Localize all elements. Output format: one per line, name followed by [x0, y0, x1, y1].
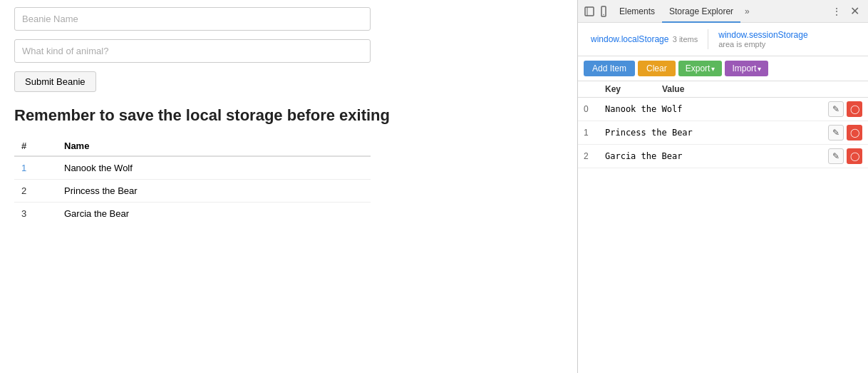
animal-type-input[interactable]	[14, 39, 371, 63]
row-name: Garcia the Bear	[57, 203, 371, 225]
storage-row-actions: ✎◯	[828, 148, 862, 164]
tab-more-button[interactable]: »	[740, 6, 754, 16]
submit-beanie-button[interactable]: Submit Beanie	[14, 71, 96, 92]
row-num: 2	[14, 180, 57, 203]
storage-row-value: Princess the Bear	[605, 128, 825, 138]
devtools-close-area: ⋮ ✕	[829, 4, 862, 18]
col-num-header: #	[14, 136, 57, 156]
inspect-icon[interactable]	[584, 6, 595, 17]
export-button[interactable]: Export ▾	[678, 61, 723, 76]
tab-storage-explorer[interactable]: Storage Explorer	[662, 0, 740, 23]
storage-row-actions: ✎◯	[828, 101, 862, 117]
row-name: Nanook the Wolf	[57, 156, 371, 180]
storage-row: 0Nanook the Wolf✎◯	[578, 98, 868, 121]
storage-table-header: Key Value	[578, 81, 868, 98]
session-storage-label: window.sessionStorage	[718, 30, 807, 40]
key-column-header: Key	[605, 84, 662, 94]
storage-row-value: Garcia the Bear	[605, 151, 825, 161]
delete-storage-item-button[interactable]: ◯	[847, 101, 862, 117]
storage-row: 2Garcia the Bear✎◯	[578, 145, 868, 168]
storage-row: 1Princess the Bear✎◯	[578, 121, 868, 145]
edit-storage-item-button[interactable]: ✎	[828, 125, 844, 140]
storage-row-value: Nanook the Wolf	[605, 104, 825, 114]
row-num[interactable]: 1	[14, 156, 57, 180]
storage-body: window.localStorage 3 items window.sessi…	[578, 23, 868, 373]
storage-toolbar: Add Item Clear Export ▾ Import ▾	[578, 56, 868, 81]
delete-storage-item-button[interactable]: ◯	[847, 148, 862, 164]
value-column-header: Value	[662, 84, 862, 94]
storage-row-index: 1	[584, 128, 605, 138]
mobile-icon[interactable]	[598, 6, 609, 17]
session-empty-label: area is empty	[718, 40, 807, 48]
edit-storage-item-button[interactable]: ✎	[828, 148, 844, 164]
devtools-menu-dots[interactable]: ⋮	[829, 6, 844, 17]
clear-button[interactable]: Clear	[638, 61, 676, 76]
storage-row-index: 0	[584, 104, 605, 114]
import-button[interactable]: Import ▾	[725, 61, 768, 76]
storage-rows: 0Nanook the Wolf✎◯1Princess the Bear✎◯2G…	[578, 98, 868, 373]
row-num-link[interactable]: 1	[21, 163, 26, 173]
storage-subtabs: window.localStorage 3 items window.sessi…	[578, 23, 868, 56]
storage-row-index: 2	[584, 151, 605, 161]
row-name: Princess the Bear	[57, 180, 371, 203]
table-row: 3Garcia the Bear	[14, 203, 371, 225]
svg-point-3	[603, 14, 604, 14]
export-caret-icon: ▾	[711, 65, 715, 73]
beanies-table: # Name 1Nanook the Wolf2Princess the Bea…	[14, 136, 371, 225]
row-num: 3	[14, 203, 57, 225]
svg-rect-0	[585, 7, 594, 16]
devtools-panel: Elements Storage Explorer » ⋮ ✕ window.l…	[577, 0, 868, 373]
local-storage-label: window.localStorage	[591, 34, 668, 44]
add-item-button[interactable]: Add Item	[584, 61, 635, 76]
session-storage-tab[interactable]: window.sessionStorage area is empty	[711, 27, 815, 51]
table-row: 1Nanook the Wolf	[14, 156, 371, 180]
delete-storage-item-button[interactable]: ◯	[847, 125, 862, 140]
subtab-divider	[708, 29, 708, 49]
storage-row-actions: ✎◯	[828, 125, 862, 140]
left-panel: Submit Beanie Remember to save the local…	[0, 0, 577, 373]
edit-storage-item-button[interactable]: ✎	[828, 101, 844, 117]
devtools-close-button[interactable]: ✕	[847, 4, 862, 18]
devtools-tabbar: Elements Storage Explorer » ⋮ ✕	[578, 0, 868, 23]
beanie-name-input[interactable]	[14, 7, 371, 31]
reminder-heading: Remember to save the local storage befor…	[14, 106, 563, 125]
local-storage-tab[interactable]: window.localStorage 3 items	[584, 31, 705, 47]
table-row: 2Princess the Bear	[14, 180, 371, 203]
col-name-header: Name	[57, 136, 371, 156]
local-storage-count: 3 items	[673, 35, 698, 44]
tab-elements[interactable]: Elements	[612, 0, 662, 23]
import-caret-icon: ▾	[758, 65, 761, 73]
